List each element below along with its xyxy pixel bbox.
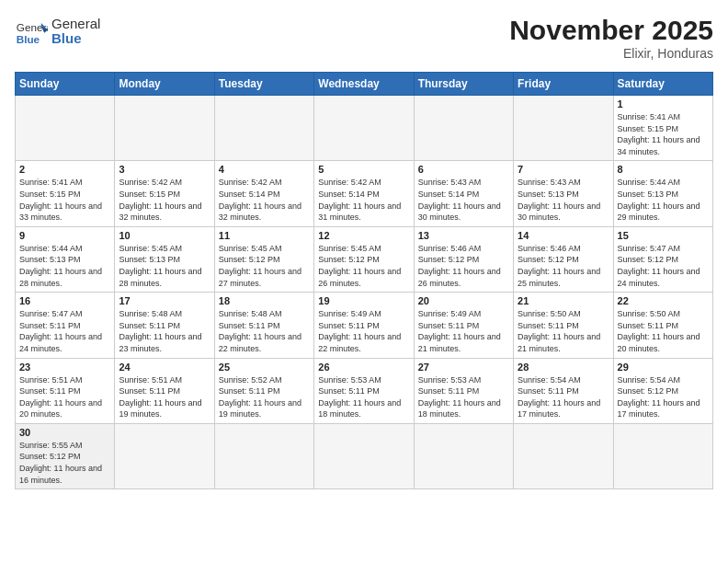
- calendar-cell: 8 Sunrise: 5:44 AMSunset: 5:13 PMDayligh…: [613, 161, 712, 226]
- calendar-cell: 1 Sunrise: 5:41 AMSunset: 5:15 PMDayligh…: [613, 96, 712, 161]
- day-number: 29: [618, 362, 709, 373]
- day-info: Sunrise: 5:42 AMSunset: 5:14 PMDaylight:…: [318, 177, 409, 223]
- title-area: November 2025 Elixir, Honduras: [509, 15, 713, 61]
- header-friday: Friday: [514, 73, 613, 96]
- calendar-cell: 20 Sunrise: 5:49 AMSunset: 5:11 PMDaylig…: [414, 293, 513, 358]
- day-number: 25: [219, 362, 310, 373]
- calendar-row: 16 Sunrise: 5:47 AMSunset: 5:11 PMDaylig…: [16, 293, 713, 358]
- day-number: 20: [418, 295, 509, 306]
- header: General Blue General Blue November 2025 …: [15, 15, 713, 61]
- logo-icon: General Blue: [15, 15, 48, 48]
- calendar-cell: 13 Sunrise: 5:46 AMSunset: 5:12 PMDaylig…: [414, 226, 513, 292]
- day-number: 30: [19, 427, 110, 438]
- day-number: 26: [318, 362, 409, 373]
- calendar-row: 30 Sunrise: 5:55 AMSunset: 5:12 PMDaylig…: [16, 423, 713, 488]
- calendar-row: 23 Sunrise: 5:51 AMSunset: 5:11 PMDaylig…: [16, 358, 713, 423]
- header-tuesday: Tuesday: [214, 73, 313, 96]
- header-saturday: Saturday: [613, 73, 712, 96]
- calendar-cell: 4 Sunrise: 5:42 AMSunset: 5:14 PMDayligh…: [214, 161, 313, 226]
- day-number: 23: [19, 362, 110, 373]
- calendar-cell: 22 Sunrise: 5:50 AMSunset: 5:11 PMDaylig…: [613, 293, 712, 358]
- day-number: 3: [119, 164, 210, 175]
- day-info: Sunrise: 5:48 AMSunset: 5:11 PMDaylight:…: [219, 308, 310, 354]
- day-info: Sunrise: 5:45 AMSunset: 5:12 PMDaylight:…: [219, 243, 310, 289]
- calendar-row: 9 Sunrise: 5:44 AMSunset: 5:13 PMDayligh…: [16, 226, 713, 292]
- day-info: Sunrise: 5:46 AMSunset: 5:12 PMDaylight:…: [418, 243, 509, 289]
- calendar-cell: 29 Sunrise: 5:54 AMSunset: 5:12 PMDaylig…: [613, 358, 712, 423]
- day-info: Sunrise: 5:54 AMSunset: 5:11 PMDaylight:…: [518, 374, 609, 420]
- calendar-cell: 18 Sunrise: 5:48 AMSunset: 5:11 PMDaylig…: [214, 293, 313, 358]
- header-monday: Monday: [115, 73, 214, 96]
- calendar-cell: [16, 96, 115, 161]
- calendar-cell: 15 Sunrise: 5:47 AMSunset: 5:12 PMDaylig…: [613, 226, 712, 292]
- day-info: Sunrise: 5:50 AMSunset: 5:11 PMDaylight:…: [518, 308, 609, 354]
- day-number: 10: [119, 230, 210, 241]
- calendar-cell: 28 Sunrise: 5:54 AMSunset: 5:11 PMDaylig…: [514, 358, 613, 423]
- calendar-cell: [115, 96, 214, 161]
- day-info: Sunrise: 5:45 AMSunset: 5:12 PMDaylight:…: [318, 243, 409, 289]
- calendar-cell: 9 Sunrise: 5:44 AMSunset: 5:13 PMDayligh…: [16, 226, 115, 292]
- day-info: Sunrise: 5:43 AMSunset: 5:14 PMDaylight:…: [418, 177, 509, 223]
- day-number: 15: [618, 230, 709, 241]
- day-info: Sunrise: 5:41 AMSunset: 5:15 PMDaylight:…: [618, 111, 709, 157]
- day-info: Sunrise: 5:53 AMSunset: 5:11 PMDaylight:…: [318, 374, 409, 420]
- day-number: 6: [418, 164, 509, 175]
- calendar-cell: [414, 423, 513, 488]
- calendar-cell: 23 Sunrise: 5:51 AMSunset: 5:11 PMDaylig…: [16, 358, 115, 423]
- day-info: Sunrise: 5:48 AMSunset: 5:11 PMDaylight:…: [119, 308, 210, 354]
- day-number: 7: [518, 164, 609, 175]
- logo: General Blue General Blue: [15, 15, 100, 48]
- day-info: Sunrise: 5:51 AMSunset: 5:11 PMDaylight:…: [119, 374, 210, 420]
- calendar-cell: [115, 423, 214, 488]
- day-info: Sunrise: 5:49 AMSunset: 5:11 PMDaylight:…: [318, 308, 409, 354]
- calendar-cell: [214, 96, 313, 161]
- calendar-row: 2 Sunrise: 5:41 AMSunset: 5:15 PMDayligh…: [16, 161, 713, 226]
- day-number: 14: [518, 230, 609, 241]
- calendar-cell: 3 Sunrise: 5:42 AMSunset: 5:15 PMDayligh…: [115, 161, 214, 226]
- calendar-cell: 27 Sunrise: 5:53 AMSunset: 5:11 PMDaylig…: [414, 358, 513, 423]
- calendar-cell: 19 Sunrise: 5:49 AMSunset: 5:11 PMDaylig…: [314, 293, 414, 358]
- calendar-cell: [613, 423, 712, 488]
- calendar-cell: [514, 423, 613, 488]
- calendar-cell: [514, 96, 613, 161]
- calendar-cell: [314, 423, 414, 488]
- day-number: 16: [19, 295, 110, 306]
- calendar-cell: 16 Sunrise: 5:47 AMSunset: 5:11 PMDaylig…: [16, 293, 115, 358]
- day-number: 4: [219, 164, 310, 175]
- calendar-table: Sunday Monday Tuesday Wednesday Thursday…: [15, 72, 713, 489]
- calendar-cell: 14 Sunrise: 5:46 AMSunset: 5:12 PMDaylig…: [514, 226, 613, 292]
- calendar-cell: 11 Sunrise: 5:45 AMSunset: 5:12 PMDaylig…: [214, 226, 313, 292]
- day-info: Sunrise: 5:41 AMSunset: 5:15 PMDaylight:…: [19, 177, 110, 223]
- header-thursday: Thursday: [414, 73, 513, 96]
- day-number: 17: [119, 295, 210, 306]
- calendar-cell: 21 Sunrise: 5:50 AMSunset: 5:11 PMDaylig…: [514, 293, 613, 358]
- day-number: 21: [518, 295, 609, 306]
- day-info: Sunrise: 5:44 AMSunset: 5:13 PMDaylight:…: [618, 177, 709, 223]
- svg-text:Blue: Blue: [17, 33, 40, 45]
- day-number: 13: [418, 230, 509, 241]
- day-info: Sunrise: 5:44 AMSunset: 5:13 PMDaylight:…: [19, 243, 110, 289]
- header-wednesday: Wednesday: [314, 73, 414, 96]
- calendar-cell: 5 Sunrise: 5:42 AMSunset: 5:14 PMDayligh…: [314, 161, 414, 226]
- day-info: Sunrise: 5:49 AMSunset: 5:11 PMDaylight:…: [418, 308, 509, 354]
- day-info: Sunrise: 5:42 AMSunset: 5:14 PMDaylight:…: [219, 177, 310, 223]
- header-sunday: Sunday: [16, 73, 115, 96]
- day-number: 9: [19, 230, 110, 241]
- location-label: Elixir, Honduras: [509, 46, 713, 61]
- day-number: 5: [318, 164, 409, 175]
- day-number: 11: [219, 230, 310, 241]
- calendar-cell: 26 Sunrise: 5:53 AMSunset: 5:11 PMDaylig…: [314, 358, 414, 423]
- calendar-cell: 7 Sunrise: 5:43 AMSunset: 5:13 PMDayligh…: [514, 161, 613, 226]
- day-number: 8: [618, 164, 709, 175]
- day-number: 19: [318, 295, 409, 306]
- calendar-row: 1 Sunrise: 5:41 AMSunset: 5:15 PMDayligh…: [16, 96, 713, 161]
- day-info: Sunrise: 5:46 AMSunset: 5:12 PMDaylight:…: [518, 243, 609, 289]
- calendar-cell: [314, 96, 414, 161]
- calendar-cell: [414, 96, 513, 161]
- day-info: Sunrise: 5:55 AMSunset: 5:12 PMDaylight:…: [19, 440, 110, 486]
- calendar-cell: 12 Sunrise: 5:45 AMSunset: 5:12 PMDaylig…: [314, 226, 414, 292]
- calendar-cell: 30 Sunrise: 5:55 AMSunset: 5:12 PMDaylig…: [16, 423, 115, 488]
- calendar-cell: [214, 423, 313, 488]
- calendar-cell: 24 Sunrise: 5:51 AMSunset: 5:11 PMDaylig…: [115, 358, 214, 423]
- day-info: Sunrise: 5:47 AMSunset: 5:12 PMDaylight:…: [618, 243, 709, 289]
